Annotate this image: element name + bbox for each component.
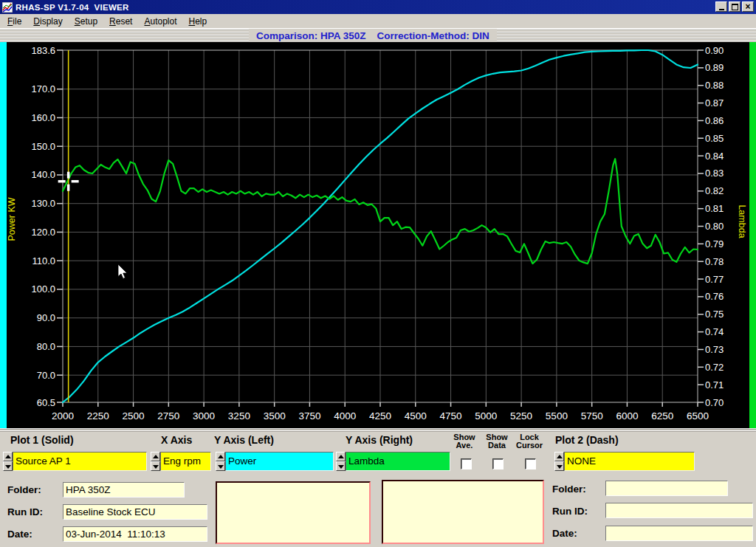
svg-text:0.90: 0.90 bbox=[705, 45, 724, 56]
xaxis-field[interactable]: Eng rpm bbox=[160, 452, 211, 471]
spin-down-button[interactable] bbox=[554, 461, 564, 471]
svg-text:0.81: 0.81 bbox=[705, 203, 724, 214]
title-bar[interactable]: RHAS-SP V1.7-04 VIEWER × bbox=[0, 0, 756, 14]
spin-down-button[interactable] bbox=[336, 461, 346, 471]
menu-item-reset[interactable]: Reset bbox=[103, 14, 138, 28]
svg-text:2000: 2000 bbox=[52, 410, 74, 422]
svg-text:100.0: 100.0 bbox=[31, 283, 55, 295]
menu-item-help[interactable]: Help bbox=[183, 14, 213, 28]
svg-text:5000: 5000 bbox=[475, 410, 497, 422]
run-id-label-right: Run ID: bbox=[552, 506, 588, 517]
svg-text:3000: 3000 bbox=[193, 410, 215, 422]
close-icon: × bbox=[745, 3, 750, 10]
svg-text:70.0: 70.0 bbox=[37, 370, 55, 381]
spin-up-button[interactable] bbox=[3, 452, 13, 461]
xaxis-spinner[interactable] bbox=[151, 452, 160, 471]
minimize-icon bbox=[719, 9, 724, 10]
left-axis-color-strip bbox=[0, 42, 7, 428]
spin-up-icon bbox=[153, 455, 159, 458]
window-controls: × bbox=[715, 1, 754, 12]
folder-field-left[interactable]: HPA 350Z bbox=[63, 482, 185, 498]
svg-text:0.89: 0.89 bbox=[705, 62, 724, 73]
plot2-spinner[interactable] bbox=[554, 452, 564, 471]
spin-down-button[interactable] bbox=[216, 461, 225, 471]
spin-up-button[interactable] bbox=[554, 452, 564, 461]
menu-item-autoplot[interactable]: Autoplot bbox=[138, 14, 182, 28]
yright-header: Y Axis (Right) bbox=[346, 434, 413, 446]
spin-up-icon bbox=[218, 455, 224, 458]
svg-text:130.0: 130.0 bbox=[31, 198, 55, 209]
control-panel: Plot 1 (Solid) X Axis Y Axis (Left) Y Ax… bbox=[0, 432, 756, 547]
svg-text:150.0: 150.0 bbox=[31, 141, 55, 152]
chart-canvas[interactable]: 183.6170.0160.0150.0140.0130.0120.0110.0… bbox=[0, 42, 756, 428]
svg-text:0.71: 0.71 bbox=[705, 379, 724, 391]
run-id-field-right[interactable] bbox=[605, 503, 753, 518]
plot2-header: Plot 2 (Dash) bbox=[555, 434, 619, 446]
yright-field[interactable]: Lambda bbox=[346, 452, 450, 471]
spin-up-icon bbox=[338, 455, 344, 458]
plot1-info-box bbox=[216, 481, 371, 544]
yleft-field[interactable]: Power bbox=[225, 452, 334, 471]
run-id-label-left: Run ID: bbox=[7, 506, 43, 517]
folder-label-right: Folder: bbox=[552, 484, 586, 495]
menu-item-file[interactable]: File bbox=[1, 14, 27, 28]
svg-text:5750: 5750 bbox=[581, 410, 603, 422]
svg-text:2500: 2500 bbox=[123, 410, 145, 422]
date-field-right[interactable] bbox=[605, 526, 753, 541]
spin-down-icon bbox=[338, 465, 344, 469]
right-axis-color-strip bbox=[749, 42, 756, 428]
plot1-source-field[interactable]: Source AP 1 bbox=[13, 452, 147, 471]
folder-label-left: Folder: bbox=[7, 484, 41, 495]
window-title: RHAS-SP V1.7-04 VIEWER bbox=[16, 3, 129, 12]
show-ave-checkbox[interactable] bbox=[461, 458, 472, 469]
date-label-right: Date: bbox=[552, 528, 577, 539]
svg-text:4250: 4250 bbox=[369, 410, 391, 422]
svg-text:0.80: 0.80 bbox=[705, 221, 724, 232]
svg-text:3500: 3500 bbox=[264, 410, 286, 422]
close-button[interactable]: × bbox=[742, 1, 754, 12]
plot1-spinner[interactable] bbox=[3, 452, 13, 471]
lock-cursor-checkbox[interactable] bbox=[525, 458, 536, 469]
svg-text:60.5: 60.5 bbox=[37, 397, 55, 408]
svg-text:170.0: 170.0 bbox=[31, 83, 55, 94]
spin-up-button[interactable] bbox=[216, 452, 225, 461]
restore-icon bbox=[732, 4, 738, 10]
menu-item-display[interactable]: Display bbox=[27, 14, 68, 28]
svg-text:6500: 6500 bbox=[687, 410, 709, 422]
app-icon bbox=[2, 2, 13, 13]
svg-text:120.0: 120.0 bbox=[31, 227, 55, 238]
plot2-info-box bbox=[382, 480, 544, 544]
date-field-left[interactable]: 03-Jun-2014 11:10:13 bbox=[63, 526, 207, 542]
minimize-button[interactable] bbox=[715, 1, 727, 12]
yleft-spinner[interactable] bbox=[216, 452, 225, 471]
spin-up-icon bbox=[5, 455, 11, 458]
chart-panel: 183.6170.0160.0150.0140.0130.0120.0110.0… bbox=[0, 42, 756, 428]
folder-field-right[interactable] bbox=[605, 481, 728, 496]
yright-spinner[interactable] bbox=[336, 452, 346, 471]
svg-text:0.88: 0.88 bbox=[705, 80, 724, 91]
svg-text:0.75: 0.75 bbox=[705, 309, 724, 320]
show-data-checkbox[interactable] bbox=[492, 458, 504, 469]
menu-item-setup[interactable]: Setup bbox=[69, 14, 103, 28]
svg-text:4750: 4750 bbox=[440, 410, 462, 422]
plot2-source-field[interactable]: NONE bbox=[564, 452, 695, 471]
svg-text:4500: 4500 bbox=[405, 410, 427, 422]
svg-text:0.74: 0.74 bbox=[705, 326, 724, 337]
svg-text:6250: 6250 bbox=[651, 410, 673, 422]
right-axis-title: Lambda bbox=[737, 204, 747, 238]
spin-down-button[interactable] bbox=[151, 461, 160, 471]
svg-text:2250: 2250 bbox=[87, 410, 109, 422]
spin-up-button[interactable] bbox=[151, 452, 160, 461]
spin-up-button[interactable] bbox=[336, 452, 346, 461]
restore-button[interactable] bbox=[729, 1, 740, 12]
run-id-field-left[interactable]: Baseline Stock ECU bbox=[63, 504, 207, 520]
svg-text:0.72: 0.72 bbox=[705, 362, 724, 373]
svg-text:3250: 3250 bbox=[228, 410, 250, 422]
menu-bar: FileDisplaySetupResetAutoplotHelp bbox=[0, 14, 756, 28]
plot1-header: Plot 1 (Solid) bbox=[10, 434, 74, 446]
svg-text:0.77: 0.77 bbox=[705, 274, 724, 285]
date-label-left: Date: bbox=[7, 529, 32, 540]
spin-down-icon bbox=[218, 465, 224, 469]
spin-down-button[interactable] bbox=[3, 461, 13, 471]
svg-text:0.85: 0.85 bbox=[705, 133, 724, 144]
